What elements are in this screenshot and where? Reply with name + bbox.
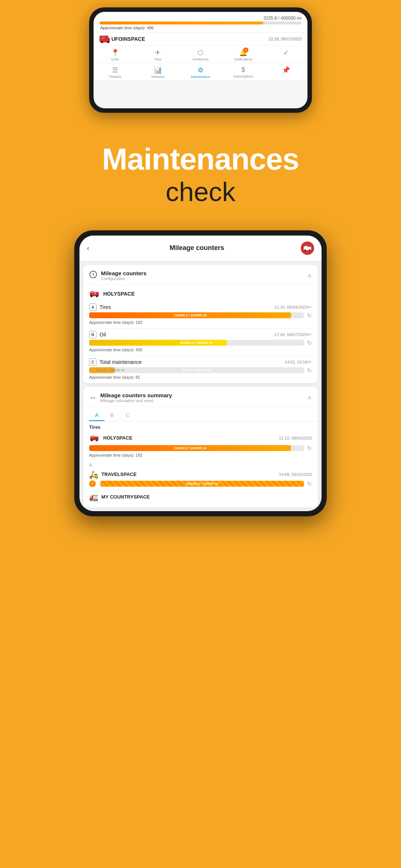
travelspace-dt: 14:08, 03/16/2023 xyxy=(279,472,312,477)
svg-rect-15 xyxy=(94,293,96,294)
mileage-header-text: Mileage counters Configuration xyxy=(101,270,307,281)
maintenance-label: Maintenance xyxy=(191,75,210,79)
nav-subscriptions[interactable]: $ Subscriptions xyxy=(222,63,265,80)
total-refresh-icon[interactable]: ↻ xyxy=(307,367,312,374)
summary-chevron[interactable]: ∧ xyxy=(307,394,312,401)
nav-pin[interactable]: 📌 xyxy=(265,63,307,80)
summary-holyspace-name: HOLYSPACE xyxy=(103,435,279,441)
svg-point-6 xyxy=(304,249,306,251)
geofences-label: Geofences xyxy=(192,57,209,61)
top-phone-wrapper: 3235.8 / 400000 mi Approximate time (day… xyxy=(89,0,312,113)
oil-edit-icon[interactable]: ✏ xyxy=(307,332,312,338)
top-approx-time: Approximate time (days): 496 xyxy=(100,26,301,30)
back-button[interactable]: ‹ xyxy=(87,244,89,252)
maintenance-icon: ⚙ xyxy=(198,66,203,74)
top-unit-datetime: 22:28, 09/17/2023 xyxy=(268,37,301,41)
letter-a-label: A xyxy=(83,461,318,468)
statistics-icon: 📊 xyxy=(154,66,162,74)
tab-a[interactable]: A xyxy=(89,410,104,421)
pin-icon: 📌 xyxy=(282,66,290,74)
summary-holyspace-approx: Approximate time (days): 182 xyxy=(89,453,312,457)
top-nav-row2: ☰ Timeline 📊 Statistics ⚙ Maintenance $ … xyxy=(94,63,307,80)
summary-icon: ↔ xyxy=(89,393,97,402)
tab-c[interactable]: C xyxy=(120,410,136,421)
trips-label: Trips xyxy=(154,57,162,61)
hero-subtitle: check xyxy=(15,176,386,208)
top-unit-name: UFOINSPACE xyxy=(111,36,268,42)
summary-countryspace: 🚛 MY COUNTRYSPACE xyxy=(83,491,318,507)
statistics-label: Statistics xyxy=(151,75,164,79)
units-label: Units xyxy=(111,57,119,61)
summary-section-header: ↔ Mileage counters summary Mileage calcu… xyxy=(83,387,318,407)
nav-geofences[interactable]: ⬡ Geofences xyxy=(179,46,222,63)
bottom-phone-screen: ‹ Mileage counters xyxy=(79,236,322,511)
nav-notifications[interactable]: 1 🔔 Notifications xyxy=(222,46,265,63)
timeline-label: Timeline xyxy=(109,75,121,79)
summary-holyspace-refresh[interactable]: ↻ xyxy=(307,445,312,452)
total-edit-icon[interactable]: ✏ xyxy=(307,359,312,365)
summary-header-text: Mileage counters summary Mileage calcula… xyxy=(100,392,307,403)
summary-holyspace-icon xyxy=(89,433,100,443)
maint-item-tires: A Tires 11:10, 08/04/2023 ✏ 212060.2 / 2… xyxy=(83,301,318,328)
svg-rect-12 xyxy=(91,291,94,293)
total-datetime: 14:01, 01/16 xyxy=(285,360,307,364)
oil-progress-fill: 358461.9 / 560000 mi xyxy=(89,340,227,346)
total-name: Total maintenance xyxy=(100,359,285,365)
summary-holyspace: HOLYSPACE 11:10, 08/04/2023 212060.2 / 2… xyxy=(83,431,318,461)
nav-statistics[interactable]: 📊 Statistics xyxy=(136,63,179,80)
tires-letter: A xyxy=(89,303,97,311)
total-progress-label-ext: 8762.8 / 100000 mi xyxy=(96,368,124,372)
summary-header-title: Mileage counters summary xyxy=(100,392,307,398)
mileage-chevron[interactable]: ∧ xyxy=(307,272,312,279)
holyspace-car-icon xyxy=(89,289,100,299)
tires-approx: Approximate time (days): 182 xyxy=(89,320,312,325)
total-letter: C xyxy=(89,358,97,366)
summary-holyspace-label: 212060.2 / 224000 mi xyxy=(174,446,206,450)
summary-tabs: A B C xyxy=(83,407,318,421)
svg-point-14 xyxy=(96,295,98,297)
timeline-icon: ☰ xyxy=(112,66,118,74)
bottom-phone-wrapper: ‹ Mileage counters xyxy=(74,230,327,531)
tab-b[interactable]: B xyxy=(104,410,120,421)
nav-maintenance[interactable]: ⚙ Maintenance xyxy=(179,63,222,80)
nav-units[interactable]: 📍 Units xyxy=(94,46,136,63)
top-progress-label: 3235.8 / 400000 mi xyxy=(100,16,301,21)
notifications-label: Notifications xyxy=(234,57,252,61)
oil-approx: Approximate time (days): 455 xyxy=(89,348,312,352)
summary-holyspace-fill: 212060.2 / 224000 mi xyxy=(89,445,291,451)
maint-item-oil: B Oil 17:44, 04/07/2023 ✏ 358461.9 / 560… xyxy=(83,329,318,356)
svg-point-7 xyxy=(309,249,311,251)
svg-rect-1 xyxy=(101,37,105,39)
top-nav-row1: 📍 Units ✈ Trips ⬡ Geofences 1 🔔 Notifica… xyxy=(94,45,307,63)
top-progress-area: 3235.8 / 400000 mi Approximate time (day… xyxy=(94,12,307,32)
summary-holyspace-bar: 212060.2 / 224000 mi xyxy=(89,445,304,451)
top-unit-header: UFOINSPACE 22:28, 09/17/2023 xyxy=(94,32,307,45)
mileage-icon xyxy=(89,270,97,280)
tires-progress-fill: 212060.2 / 224000 mi xyxy=(89,312,291,318)
screen-header: ‹ Mileage counters xyxy=(79,236,322,261)
top-progress-track xyxy=(100,22,301,24)
oil-refresh-icon[interactable]: ↻ xyxy=(307,339,312,346)
svg-line-10 xyxy=(93,274,94,276)
travelspace-bar: 155029.4 / 100000 mi xyxy=(100,481,304,487)
tires-progress-bar: 212060.2 / 224000 mi xyxy=(89,312,304,318)
nav-timeline[interactable]: ☰ Timeline xyxy=(94,63,136,80)
header-car-icon xyxy=(301,241,314,255)
mileage-header-title: Mileage counters xyxy=(101,270,307,276)
countryspace-truck-icon: 🚛 xyxy=(89,493,98,502)
mileage-header-sub: Configuration xyxy=(101,276,307,281)
trips-icon: ✈ xyxy=(155,49,160,57)
tires-datetime: 11:10, 08/04/2023 xyxy=(274,305,307,309)
svg-point-13 xyxy=(91,295,93,297)
nav-trips[interactable]: ✈ Trips xyxy=(136,46,179,63)
tires-refresh-icon[interactable]: ↻ xyxy=(307,312,312,319)
mileage-section-header: Mileage counters Configuration ∧ xyxy=(83,265,318,285)
summary-header-sub: Mileage calculation and reset xyxy=(100,398,307,403)
total-progress-label: 8762.8 / 100000 mi xyxy=(182,368,211,372)
travelspace-refresh[interactable]: ↻ xyxy=(307,480,312,487)
top-phone-screen: 3235.8 / 400000 mi Approximate time (day… xyxy=(94,12,307,108)
summary-section: ↔ Mileage counters summary Mileage calcu… xyxy=(83,387,318,507)
nav-more[interactable]: ✓ xyxy=(265,46,307,63)
tires-edit-icon[interactable]: ✏ xyxy=(307,304,312,310)
travelspace-warning-icon: ! xyxy=(89,480,96,487)
